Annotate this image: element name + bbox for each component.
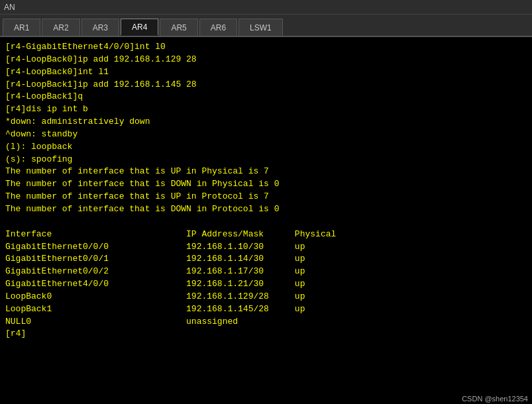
terminal-line-13: The number of interface that is UP in Pr… bbox=[5, 191, 527, 203]
tab-ar6[interactable]: AR6 bbox=[199, 19, 237, 36]
terminal-line-8: ^down: standby bbox=[5, 128, 527, 141]
terminal-line-11: The number of interface that is UP in Ph… bbox=[5, 166, 527, 178]
terminal-line-5: [r4-LoopBack1]q bbox=[5, 91, 527, 103]
terminal-line-1: [r4-GigabitEthernet4/0/0]int l0 bbox=[5, 41, 527, 54]
terminal-output[interactable]: [r4-GigabitEthernet4/0/0]int l0 [r4-Loop… bbox=[0, 37, 532, 404]
tab-lsw1[interactable]: LSW1 bbox=[239, 19, 283, 36]
terminal-line-17: GigabitEthernet0/0/0 192.168.1.10/30 up bbox=[5, 241, 527, 254]
terminal-line-15 bbox=[5, 216, 527, 228]
terminal-line-21: LoopBack0 192.168.1.129/28 up bbox=[5, 291, 527, 303]
terminal-line-20: GigabitEthernet4/0/0 192.168.1.21/30 up bbox=[5, 278, 527, 291]
terminal-line-4: [r4-LoopBack1]ip add 192.168.1.145 28 bbox=[5, 79, 527, 91]
terminal-line-19: GigabitEthernet0/0/2 192.168.1.17/30 up bbox=[5, 266, 527, 278]
title-bar-text: AN bbox=[4, 3, 15, 12]
status-bar: CSDN @shen12354 bbox=[458, 393, 532, 404]
terminal-line-10: (s): spoofing bbox=[5, 154, 527, 166]
terminal-line-6: [r4]dis ip int b bbox=[5, 103, 527, 116]
terminal-line-12: The number of interface that is DOWN in … bbox=[5, 178, 527, 191]
terminal-line-7: *down: administratively down bbox=[5, 116, 527, 128]
terminal-line-9: (l): loopback bbox=[5, 141, 527, 154]
terminal-line-22: LoopBack1 192.168.1.145/28 up bbox=[5, 303, 527, 316]
terminal-line-3: [r4-LoopBack0]int l1 bbox=[5, 66, 527, 79]
terminal-line-24: [r4] bbox=[5, 328, 527, 340]
tab-ar3[interactable]: AR3 bbox=[81, 19, 119, 36]
tab-ar5[interactable]: AR5 bbox=[160, 19, 197, 36]
tab-ar4[interactable]: AR4 bbox=[121, 19, 158, 36]
tab-ar2[interactable]: AR2 bbox=[42, 19, 80, 36]
terminal-line-23: NULL0 unassigned bbox=[5, 316, 527, 328]
terminal-line-2: [r4-LoopBack0]ip add 192.168.1.129 28 bbox=[5, 54, 527, 66]
tab-bar: AR1 AR2 AR3 AR4 AR5 AR6 LSW1 bbox=[0, 15, 532, 37]
tab-ar1[interactable]: AR1 bbox=[3, 19, 40, 36]
terminal-line-16: Interface IP Address/Mask Physical bbox=[5, 228, 527, 241]
title-bar: AN bbox=[0, 0, 532, 15]
terminal-line-18: GigabitEthernet0/0/1 192.168.1.14/30 up bbox=[5, 253, 527, 266]
terminal-line-14: The number of interface that is DOWN in … bbox=[5, 203, 527, 216]
